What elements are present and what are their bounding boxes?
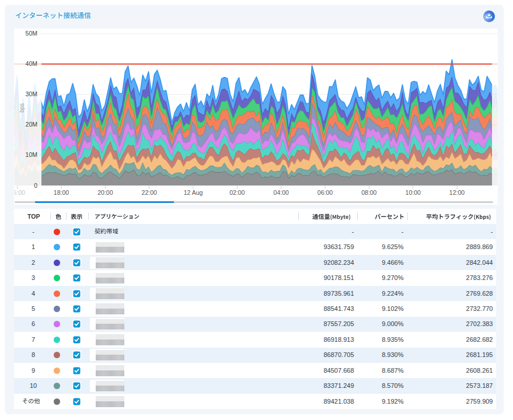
svg-text:02:00: 02:00 <box>229 189 245 196</box>
svg-text:06:00: 06:00 <box>317 189 333 196</box>
svg-text:bps: bps <box>19 103 25 113</box>
svg-text:16:00: 16:00 <box>10 189 25 196</box>
svg-text:0: 0 <box>34 182 37 189</box>
svg-text:18:00: 18:00 <box>54 189 69 196</box>
svg-text:10M: 10M <box>26 151 37 158</box>
svg-text:20M: 20M <box>26 121 37 128</box>
svg-text:12 Aug: 12 Aug <box>184 189 203 196</box>
svg-text:12:00: 12:00 <box>449 189 465 196</box>
svg-text:20:00: 20:00 <box>97 189 113 196</box>
svg-text:50M: 50M <box>26 30 37 37</box>
svg-text:04:00: 04:00 <box>274 189 289 196</box>
svg-text:30M: 30M <box>26 90 37 97</box>
svg-text:22:00: 22:00 <box>142 189 157 196</box>
svg-text:10:00: 10:00 <box>406 189 421 196</box>
svg-text:08:00: 08:00 <box>361 189 376 196</box>
svg-text:40M: 40M <box>26 60 37 67</box>
